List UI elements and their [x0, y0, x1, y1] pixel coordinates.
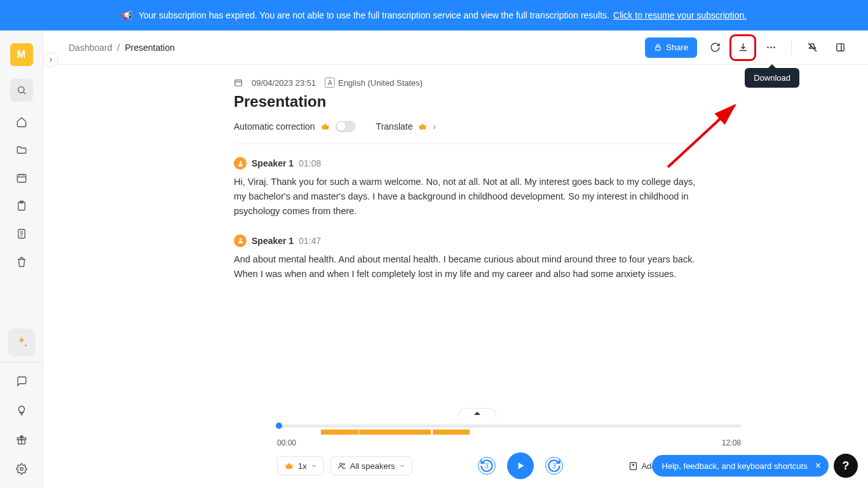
banner-text: Your subscription has expired. You are n…	[139, 10, 609, 20]
sidebar-ideas[interactable]	[10, 399, 33, 422]
more-button[interactable]	[761, 37, 781, 58]
svg-point-27	[339, 463, 342, 466]
calendar-icon	[16, 172, 27, 184]
breadcrumb: Dashboard / Presentation	[69, 43, 175, 53]
segment-time[interactable]: 01:08	[299, 158, 321, 168]
download-button[interactable]	[733, 37, 753, 58]
pin-off-icon	[807, 42, 818, 53]
sidebar-home[interactable]	[10, 111, 33, 133]
home-icon	[16, 116, 27, 128]
help-text: Help, feedback, and keyboard shortcuts	[662, 461, 808, 471]
auto-correction-label: Automatic correction	[234, 121, 315, 132]
auto-correction-toggle[interactable]	[336, 121, 356, 132]
speaker-icon	[234, 234, 247, 247]
refresh-button[interactable]	[705, 37, 725, 58]
sidebar-calendar[interactable]	[10, 166, 33, 189]
translate-control[interactable]: Translate ›	[376, 121, 437, 132]
speed-selector[interactable]: 1x	[277, 456, 324, 475]
gear-icon	[16, 463, 27, 475]
crown-icon	[284, 461, 294, 471]
play-button[interactable]	[507, 452, 534, 479]
help-fab-label: ?	[843, 459, 850, 473]
auto-correction-control: Automatic correction	[234, 121, 356, 132]
close-icon[interactable]: ×	[815, 460, 821, 471]
panel-icon	[835, 42, 846, 53]
segment-text[interactable]: Hi, Viraj. Thank you for such a warm wel…	[234, 175, 698, 219]
svg-point-26	[239, 238, 241, 241]
sidebar-trash[interactable]	[10, 250, 33, 273]
unpin-button[interactable]	[802, 37, 822, 58]
topbar: Dashboard / Presentation Share	[43, 30, 868, 65]
search-icon	[17, 85, 27, 95]
chevron-up-icon	[474, 411, 480, 416]
speakers-selector[interactable]: All speakers	[330, 456, 412, 475]
help-fab[interactable]: ?	[834, 454, 858, 478]
forward-button[interactable]: 3	[545, 457, 563, 475]
svg-point-28	[342, 463, 344, 465]
time-end: 12:08	[722, 438, 741, 447]
sparkle-icon	[15, 336, 29, 349]
people-icon	[337, 461, 346, 470]
translate-label: Translate	[376, 121, 413, 132]
svg-point-18	[770, 46, 772, 48]
help-pill[interactable]: Help, feedback, and keyboard shortcuts ×	[652, 455, 829, 477]
breadcrumb-current: Presentation	[125, 43, 175, 53]
svg-line-22	[668, 105, 735, 167]
sidebar-notes[interactable]	[10, 222, 33, 245]
page-title[interactable]: Presentation	[234, 93, 698, 111]
sidebar-folder[interactable]	[10, 139, 33, 161]
svg-point-17	[767, 46, 769, 48]
svg-rect-23	[235, 80, 242, 86]
sidebar: M	[0, 30, 43, 488]
crown-icon	[417, 121, 428, 132]
svg-rect-16	[656, 47, 661, 50]
speaker-icon	[234, 157, 247, 170]
segment-time[interactable]: 01:47	[299, 236, 321, 246]
share-button[interactable]: Share	[645, 37, 697, 58]
banner-resume-link[interactable]: Click to resume your subscription.	[613, 10, 747, 20]
skip-seconds: 3	[485, 463, 489, 470]
language-badge-icon: A	[325, 78, 335, 88]
megaphone-icon: 📢	[121, 10, 132, 20]
speaker-name[interactable]: Speaker 1	[252, 236, 294, 246]
player-collapse-handle[interactable]	[458, 408, 496, 418]
doc-meta: 09/04/2023 23:51 A English (United State…	[234, 78, 698, 88]
sidebar-settings[interactable]	[10, 458, 33, 480]
note-add-icon	[628, 461, 638, 471]
time-start: 00:00	[277, 438, 296, 447]
sidebar-expand-button[interactable]	[43, 52, 58, 67]
transcript-segment: Speaker 1 01:47 And about mental health.…	[234, 234, 698, 281]
panel-button[interactable]	[830, 37, 850, 58]
language-text: English (United States)	[338, 78, 423, 88]
sidebar-tasks[interactable]	[10, 194, 33, 217]
segment-text[interactable]: And about mental health. And about menta…	[234, 252, 698, 281]
svg-line-1	[24, 92, 25, 94]
sidebar-gift[interactable]	[10, 428, 33, 451]
search-button[interactable]	[10, 79, 33, 102]
avatar[interactable]: M	[10, 43, 33, 66]
playhead[interactable]	[276, 423, 282, 429]
sidebar-feedback[interactable]	[10, 370, 33, 393]
rewind-button[interactable]: 3	[478, 457, 496, 475]
svg-rect-20	[836, 44, 843, 51]
folder-icon	[16, 144, 27, 156]
chevron-down-icon	[399, 463, 405, 469]
doc-language[interactable]: A English (United States)	[325, 78, 423, 88]
timeline-track[interactable]	[277, 424, 741, 428]
svg-point-25	[239, 161, 241, 163]
download-icon	[738, 42, 749, 53]
download-tooltip: Download	[745, 68, 799, 88]
svg-point-19	[773, 46, 775, 48]
clipboard-icon	[16, 200, 27, 212]
subscription-banner: 📢 Your subscription has expired. You are…	[0, 0, 868, 30]
transcript-segment: Speaker 1 01:08 Hi, Viraj. Thank you for…	[234, 157, 698, 219]
doc-timestamp: 09/04/2023 23:51	[252, 78, 316, 88]
breadcrumb-root[interactable]: Dashboard	[69, 43, 112, 53]
play-icon	[515, 461, 526, 471]
speaker-name[interactable]: Speaker 1	[252, 158, 294, 168]
chat-icon	[16, 376, 27, 387]
sidebar-ai[interactable]	[8, 329, 36, 356]
speed-value: 1x	[298, 461, 307, 471]
chevron-right-icon	[47, 56, 55, 64]
chevron-right-icon: ›	[433, 121, 436, 132]
